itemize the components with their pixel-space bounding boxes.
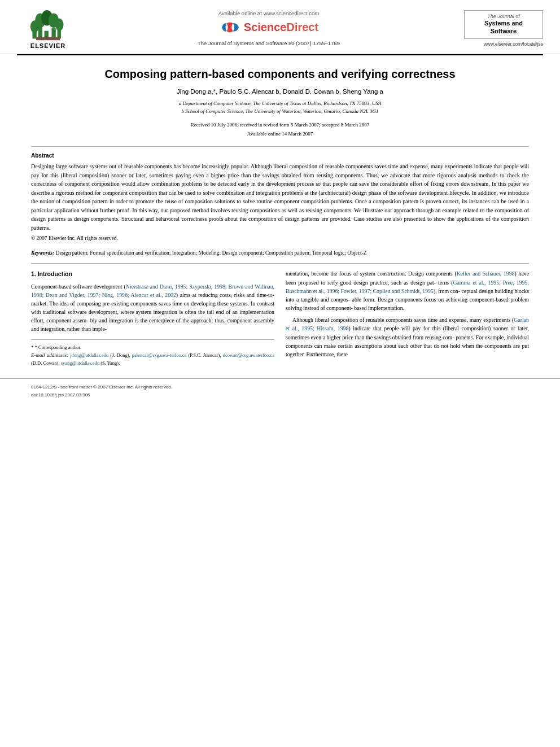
col-right-para1: mentation, become the focus of system co… — [286, 269, 529, 312]
ref-keller: Keller and Schauer, 1998 — [457, 270, 515, 277]
journal-name-center: The Journal of Systems and Software 80 (… — [198, 40, 340, 46]
ref-nierstrasz: Nierstrasz and Dami, 1995; Szyperski, 19… — [31, 283, 274, 298]
col-right-para2: Although liberal composition of reusable… — [286, 316, 529, 359]
journal-box-title: The Journal of — [469, 14, 538, 19]
available-date: Available online 14 March 2007 — [31, 129, 529, 138]
fn-email-label: E-mail addresses: — [31, 352, 68, 358]
footer: 0164-1212/$ - see front matter © 2007 El… — [0, 378, 560, 403]
footnote-area: * * Corresponding author. E-mail address… — [31, 339, 274, 368]
main-content: Composing pattern-based components and v… — [0, 55, 560, 378]
sciencedirect-icon — [219, 19, 242, 36]
footer-issn: 0164-1212/$ - see front matter © 2007 El… — [31, 383, 529, 391]
fn-jdong-name: (J. Dong), — [110, 352, 132, 358]
sciencedirect-text: ScienceDirect — [244, 21, 318, 34]
available-online-text: Available online at www.sciencedirect.co… — [218, 10, 319, 16]
page: ELSEVIER Available online at www.science… — [0, 0, 560, 747]
sd-text-science: Science — [244, 21, 287, 33]
fn-corresponding-text: * Corresponding author. — [35, 344, 81, 350]
fn-star-icon: * — [31, 344, 34, 350]
fn-syang-name: (S. Yang). — [100, 360, 120, 366]
elsevier-tree-icon — [28, 10, 68, 41]
col-left-para1: Component-based software development (Ni… — [31, 282, 274, 334]
journal-box: The Journal of Systems andSoftware — [464, 10, 543, 39]
elsevier-logo-area: ELSEVIER — [17, 10, 79, 49]
fn-email-jdong: jdong@utdallas.edu — [70, 352, 108, 358]
column-left: 1. Introduction Component-based software… — [31, 269, 274, 367]
title-section: Composing pattern-based components and v… — [31, 67, 529, 138]
header-right: The Journal of Systems andSoftware www.e… — [458, 10, 543, 47]
abstract-title: Abstract — [31, 152, 529, 159]
footnote-email: E-mail addresses: jdong@utdallas.edu (J.… — [31, 351, 274, 367]
sciencedirect-logo: ScienceDirect — [219, 19, 318, 36]
svg-point-6 — [55, 19, 64, 31]
fn-email-dcowan: dcowan@csg.uwaterloo.ca — [223, 352, 274, 358]
dates: Received 10 July 2006; received in revis… — [31, 120, 529, 138]
elsevier-brand: ELSEVIER — [30, 42, 65, 49]
section-divider — [31, 263, 529, 264]
two-column-layout: 1. Introduction Component-based software… — [31, 269, 529, 367]
ref-gamma: Gamma et al., 1995; Pree, 1995; Buschman… — [286, 279, 529, 294]
keywords-text: Design pattern; Formal specification and… — [56, 250, 367, 256]
column-right: mentation, become the focus of system co… — [286, 269, 529, 367]
sd-text-direct: Direct — [286, 21, 318, 33]
journal-and: and — [511, 20, 523, 27]
journal-box-name: Systems andSoftware — [469, 19, 538, 36]
abstract-text: Designing large software systems out of … — [31, 162, 529, 232]
footer-doi: doi:10.1016/j.jss.2007.03.005 — [31, 391, 529, 399]
fn-palencar-name: (P.S.C. Alencar), — [189, 352, 223, 358]
title-divider — [31, 146, 529, 147]
paper-title: Composing pattern-based components and v… — [31, 67, 529, 81]
copyright: © 2007 Elsevier Inc. All rights reserved… — [31, 235, 529, 241]
fn-dcowan-name: (D.D. Cowan), — [31, 360, 61, 366]
journal-software: Software — [491, 28, 517, 34]
header-center: Available online at www.sciencedirect.co… — [79, 10, 458, 46]
abstract-section: Abstract Designing large software system… — [31, 152, 529, 241]
authors: Jing Dong a,*, Paulo S.C. Alencar b, Don… — [31, 88, 529, 95]
fn-email-palencar: palencar@csg.uwa-terloo.ca — [132, 352, 187, 358]
footnote-corresponding: * * Corresponding author. — [31, 343, 274, 352]
header: ELSEVIER Available online at www.science… — [0, 0, 560, 54]
section1-heading: 1. Introduction — [31, 269, 274, 278]
affiliation-a: a Department of Computer Science, The Un… — [31, 99, 529, 107]
fn-email-syang: syang@utdallas.edu — [61, 360, 100, 366]
keywords-label: Keywords: — [31, 250, 54, 256]
journal-url: www.elsevier.com/locate/jss — [484, 41, 543, 47]
received-date: Received 10 July 2006; received in revis… — [31, 120, 529, 129]
ref-garlan: Garlan et al., 1995; Hissam, 1998 — [286, 317, 529, 331]
keywords-section: Keywords: Design pattern; Formal specifi… — [31, 249, 529, 257]
affiliation-b: b School of Computer Science, The Univer… — [31, 107, 529, 115]
affiliations: a Department of Computer Science, The Un… — [31, 99, 529, 116]
